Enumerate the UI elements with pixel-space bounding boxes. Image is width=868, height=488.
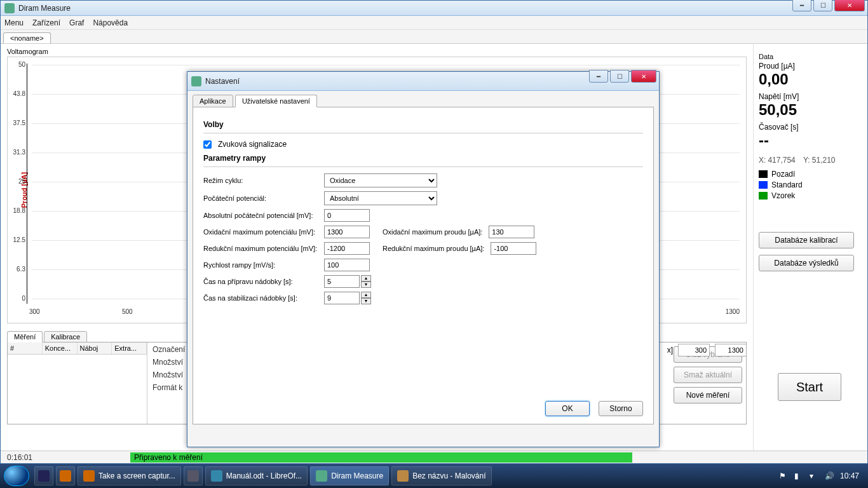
ytick: 12.5 [10,236,25,243]
range-min[interactable] [678,344,710,356]
priprava-down[interactable]: ▼ [361,281,371,288]
rezim-select[interactable]: Oxidace [324,173,437,187]
rychlost-input[interactable] [324,259,370,271]
casovac-value: -- [759,132,862,149]
menu-napoveda[interactable]: Nápověda [93,18,128,27]
tab-mereni[interactable]: Měření [7,331,43,342]
coord-x-label: X: [759,156,766,165]
zvuk-checkbox-row[interactable]: Zvuková signalizace [203,140,643,149]
th-konce[interactable]: Konce... [43,342,78,354]
file-tab-noname[interactable]: <noname> [3,32,51,43]
ox-cur-input[interactable] [489,226,534,238]
tab-kalibrace[interactable]: Kalibrace [44,331,87,342]
volume-icon[interactable]: 🔊 [825,471,834,480]
priprava-up[interactable]: ▲ [361,275,371,281]
db-vysledku-button[interactable]: Databáze výsledků [759,255,854,271]
pinned-app-2[interactable] [56,466,75,485]
battery-icon[interactable]: ▮ [794,471,803,480]
smaz-aktualni-button[interactable]: Smaž aktuální [674,367,742,383]
ox-pot-input[interactable] [324,226,370,238]
main-title-bar[interactable]: Diram Measure ━ ☐ ✕ [1,1,867,16]
dialog-title: Nastavení [205,77,240,86]
range-row: x] [667,344,747,356]
app-title: Diram Measure [18,4,71,13]
taskbar-item-screenshot[interactable]: Take a screen captur... [78,466,181,485]
ytick: 31.3 [10,149,25,156]
napeti-label: Napětí [mV] [759,92,862,101]
stabil-down[interactable]: ▼ [361,298,371,304]
start-button[interactable] [4,466,29,486]
network-icon[interactable]: ▾ [810,471,818,480]
proud-value: 0,00 [759,71,862,88]
dialog-minimize-button[interactable]: ━ [589,70,608,83]
ytick: 18.8 [10,207,25,214]
data-panel: Data Proud [µA] 0,00 Napětí [mV] 50,05 Č… [753,44,867,451]
status-message: Připraveno k měření [130,452,632,463]
data-title: Data [759,53,862,60]
rychlost-label: Rychlost rampy [mV/s]: [203,261,318,269]
dialog-close-button[interactable]: ✕ [631,70,656,83]
taskbar-item-malovani[interactable]: Bez názvu - Malování [391,466,491,485]
flag-icon[interactable]: ⚑ [779,471,788,480]
ok-button[interactable]: OK [545,401,590,416]
zvuk-checkbox[interactable] [203,140,212,149]
priprava-input[interactable] [324,275,360,288]
tab-uzivatelske[interactable]: Uživatelské nastavení [235,95,317,107]
nove-mereni-button[interactable]: Nové měření [674,387,742,403]
taskbar[interactable]: Take a screen captur... Manuál.odt - Lib… [0,464,868,488]
coord-y: 51,210 [812,156,836,165]
xtick: 300 [29,308,40,315]
menu-graf[interactable]: Graf [69,18,84,27]
settings-dialog: Nastavení ━ ☐ ✕ Aplikace Uživatelské nas… [187,71,660,447]
system-tray[interactable]: ⚑ ▮ ▾ 🔊 10:47 [779,471,864,480]
file-tabs: <noname> [1,30,867,44]
tab-aplikace[interactable]: Aplikace [193,95,233,107]
red-pot-input[interactable] [324,242,370,255]
stabil-label: Čas na stabilizaci nádobky [s]: [203,294,318,302]
stabil-input[interactable] [324,292,360,304]
ytick: 0 [10,295,25,302]
th-extra[interactable]: Extra... [112,342,147,354]
pinned-app-3[interactable] [184,466,203,485]
stabil-up[interactable]: ▲ [361,292,371,298]
priprava-label: Čas na přípravu nádobky [s]: [203,278,318,285]
clock[interactable]: 10:47 [840,471,859,480]
chart-title: Voltamogram [7,48,747,55]
proud-label: Proud [µA] [759,62,862,71]
red-cur-input[interactable] [491,242,536,255]
red-cur-label: Redukční maximum proudu [µA]: [383,245,484,252]
range-max[interactable] [715,344,747,356]
minimize-button[interactable]: ━ [792,0,811,11]
maximize-button[interactable]: ☐ [813,0,832,11]
xtick: 1300 [726,308,740,315]
abs-pot-input[interactable] [324,209,370,222]
coord-x: 417,754 [768,156,795,165]
menu-zarizeni[interactable]: Zařízení [32,18,60,27]
close-button[interactable]: ✕ [834,0,865,11]
pocatecni-select[interactable]: Absolutní [324,191,437,205]
ytick: 25 [10,178,25,185]
legend-standard: Standard [759,180,862,189]
menu-menu[interactable]: Menu [4,18,24,27]
taskbar-item-diram[interactable]: Diram Measure [310,466,389,485]
casovac-label: Časovač [s] [759,123,862,132]
ox-pot-label: Oxidační maximum potenciálu [mV]: [203,228,318,236]
dialog-title-bar[interactable]: Nastavení ━ ☐ ✕ [187,72,659,91]
db-kalibraci-button[interactable]: Databáze kalibrací [759,232,854,248]
ytick: 50 [10,61,25,68]
legend-vzorek: Vzorek [759,191,862,200]
status-time: 0:16:01 [1,453,128,462]
taskbar-item-manual[interactable]: Manuál.odt - LibreOf... [205,466,308,485]
ytick: 43.8 [10,90,25,97]
th-naboj[interactable]: Náboj [78,342,112,354]
start-button[interactable]: Start [778,373,841,401]
menu-bar: Menu Zařízení Graf Nápověda [1,16,867,30]
pinned-app-1[interactable] [34,466,53,485]
th-num[interactable]: # [8,342,43,354]
dialog-maximize-button[interactable]: ☐ [610,70,629,83]
pocatecni-label: Počáteční potenciál: [203,194,318,202]
coord-y-label: Y: [803,156,810,165]
storno-button[interactable]: Storno [599,401,643,416]
rezim-label: Režim cyklu: [203,177,318,184]
parametry-heading: Parametry rampy [203,154,643,163]
